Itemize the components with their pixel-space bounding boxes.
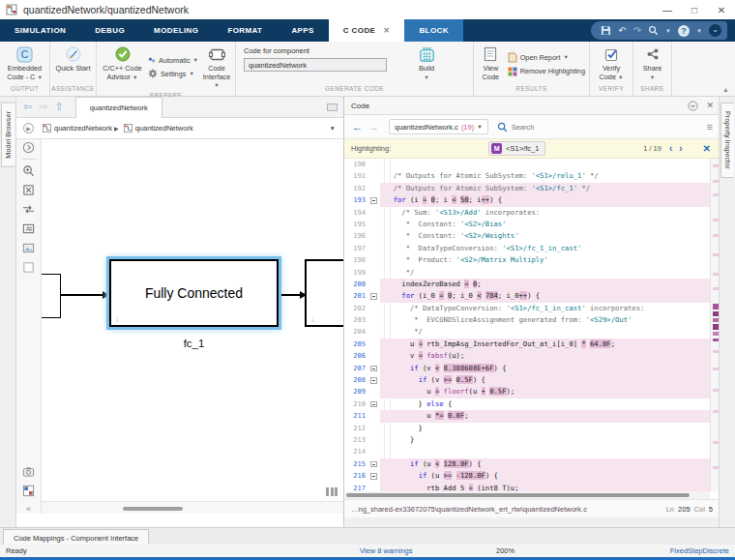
- fully-connected-block[interactable]: Fully Connected ↓: [109, 259, 279, 327]
- code-line[interactable]: 194 /* Sum: '<S13>/Add' incorporates:: [344, 207, 720, 219]
- solver-link[interactable]: FixedStepDiscrete: [670, 546, 729, 555]
- code-advisor-button[interactable]: C/C++ Code Advisor ▼: [101, 44, 144, 90]
- hide-model-browser-icon[interactable]: [22, 141, 35, 154]
- code-line[interactable]: 217 rtb_Add_5 = (int8_T)u;: [344, 483, 720, 491]
- undo-icon[interactable]: ↶: [618, 26, 626, 36]
- code-line[interactable]: 205 u = rtb_ImpAsg_InsertedFor_Out_at_i[…: [344, 339, 720, 350]
- code-hscrollbar-thumb[interactable]: [346, 493, 690, 497]
- code-line[interactable]: 195 * Constant: '<S2>/Bias': [344, 219, 720, 230]
- code-line[interactable]: 207 if (v < 8.388608E+6F) {: [344, 363, 720, 374]
- breadcrumb-item-current[interactable]: quantizedNetwork: [135, 124, 193, 133]
- image-icon[interactable]: [22, 242, 35, 254]
- code-line[interactable]: 203 * EVCGNDSliceAssignment generated fr…: [344, 314, 720, 326]
- up-icon[interactable]: ⇧: [54, 101, 63, 113]
- redo-icon[interactable]: ↷: [633, 26, 641, 36]
- breadcrumb-item-root[interactable]: quantizedNetwork: [54, 124, 112, 133]
- code-line[interactable]: 212 }: [344, 423, 720, 434]
- fold-toggle-icon[interactable]: [369, 374, 380, 386]
- fold-toggle-icon[interactable]: [369, 470, 380, 482]
- canvas-drawing-area[interactable]: Fully Connected ↓ fc_1 ↓: [42, 139, 343, 514]
- code-line[interactable]: 216 if (u >= -128.0F) {: [344, 470, 720, 482]
- signal-wire[interactable]: [281, 294, 302, 296]
- breadcrumb-dropdown-icon[interactable]: ▼: [330, 125, 336, 132]
- maximize-icon[interactable]: □: [681, 5, 708, 15]
- automatic-menu[interactable]: Automatic▼: [148, 55, 198, 65]
- camera-icon[interactable]: [22, 465, 35, 478]
- code-line[interactable]: 206 v = fabsf(u);: [344, 350, 720, 362]
- highlighting-close-icon[interactable]: ✕: [703, 143, 711, 154]
- view-code-button[interactable]: View Code: [478, 44, 504, 83]
- search-dropdown-caret[interactable]: ▼: [665, 28, 671, 34]
- embedded-code-button[interactable]: C Embedded Code - C ▼: [4, 44, 45, 83]
- fold-toggle-icon[interactable]: [369, 290, 380, 302]
- fold-toggle-icon[interactable]: [369, 398, 380, 410]
- next-match-icon[interactable]: ›: [679, 143, 682, 154]
- close-icon[interactable]: ✕: [708, 5, 735, 15]
- search-icon[interactable]: [648, 25, 659, 36]
- code-forward-icon[interactable]: →: [368, 121, 379, 133]
- back-icon[interactable]: ⇦: [23, 101, 32, 113]
- code-line[interactable]: 200 indexZeroBased = 0;: [344, 279, 720, 290]
- fold-toggle-icon[interactable]: [369, 194, 380, 206]
- block-badge-icon[interactable]: ↓: [310, 314, 315, 324]
- component-input[interactable]: [244, 58, 387, 72]
- search-input[interactable]: [512, 123, 628, 132]
- reroute-lines-icon[interactable]: [22, 203, 35, 216]
- ribbon-tab-format[interactable]: FORMAT: [213, 19, 277, 42]
- panel-menu-icon[interactable]: [688, 101, 698, 111]
- tab-close-icon[interactable]: ✕: [383, 26, 390, 35]
- fold-toggle-icon[interactable]: [369, 458, 380, 470]
- signal-wire[interactable]: [61, 294, 103, 296]
- save-icon[interactable]: [601, 25, 611, 36]
- area-icon[interactable]: [22, 261, 35, 274]
- help-icon[interactable]: ?: [678, 25, 690, 37]
- share-button[interactable]: Share▼: [637, 44, 667, 83]
- warnings-link[interactable]: View 8 warnings: [360, 546, 412, 555]
- code-line[interactable]: 214: [344, 446, 720, 457]
- code-line[interactable]: 209 u = floorf(u + 0.5F);: [344, 386, 720, 398]
- ribbon-tab-c-code[interactable]: C CODE✕: [329, 19, 405, 42]
- help-dropdown-caret[interactable]: ▼: [696, 28, 702, 34]
- code-back-icon[interactable]: ←: [352, 121, 363, 133]
- code-line[interactable]: 196 * Constant: '<S2>/Weights': [344, 230, 720, 242]
- verify-code-button[interactable]: Verify Code ▼: [594, 44, 629, 83]
- prev-match-icon[interactable]: ‹: [669, 143, 672, 154]
- dock-badge-icon[interactable]: [327, 103, 338, 111]
- ribbon-tab-block[interactable]: BLOCK: [404, 19, 462, 42]
- build-button[interactable]: Build▼: [404, 44, 449, 83]
- code-line[interactable]: 201 for (i_0 = 0; i_0 < 784; i_0++) {: [344, 290, 720, 302]
- code-line[interactable]: 197 * DataTypeConversion: '<S1>/fc_1_in_…: [344, 243, 720, 254]
- code-line[interactable]: 192 /* Outputs for Atomic SubSystem: '<S…: [344, 183, 720, 194]
- code-line[interactable]: 204 */: [344, 326, 720, 338]
- canvas-tab[interactable]: quantizedNetwork: [75, 97, 162, 118]
- open-report-menu[interactable]: Open Report▼: [508, 52, 585, 63]
- highlight-chip[interactable]: M <S1>/fc_1: [488, 141, 545, 156]
- canvas-hscrollbar[interactable]: [42, 501, 343, 514]
- code-interface-button[interactable]: Code Interface ▼: [202, 44, 231, 90]
- code-editor[interactable]: 190191 /* Outputs for Atomic SubSystem: …: [344, 159, 720, 491]
- ribbon-tab-simulation[interactable]: SIMULATION: [0, 19, 80, 42]
- code-line[interactable]: 193 for (i = 0; i < 50; i++) {: [344, 194, 720, 206]
- block-badge-icon[interactable]: ↓: [115, 314, 120, 324]
- fold-toggle-icon[interactable]: [369, 363, 380, 374]
- code-line[interactable]: 210 } else {: [344, 398, 720, 410]
- code-line[interactable]: 199 */: [344, 267, 720, 279]
- code-line[interactable]: 191 /* Outputs for Atomic SubSystem: '<S…: [344, 170, 720, 182]
- schedule-editor-icon[interactable]: [22, 485, 35, 497]
- panel-close-icon[interactable]: ✕: [706, 101, 714, 110]
- code-line[interactable]: 208 if (v >= 0.5F) {: [344, 374, 720, 386]
- ribbon-tab-debug[interactable]: DEBUG: [80, 19, 139, 42]
- code-line[interactable]: 190: [344, 159, 720, 170]
- right-partial-block[interactable]: ↓: [305, 259, 343, 327]
- annotation-icon[interactable]: A: [22, 222, 35, 235]
- file-dropdown[interactable]: quantizedNetwork.c (19) ▼: [389, 119, 488, 134]
- left-partial-block[interactable]: [42, 274, 61, 318]
- model-browser-tab[interactable]: Model Browser: [1, 103, 15, 167]
- code-line[interactable]: 211 u *= 0.0F;: [344, 410, 720, 422]
- fit-to-view-icon[interactable]: [22, 184, 35, 196]
- minimize-icon[interactable]: —: [654, 5, 681, 15]
- ribbon-tab-modeling[interactable]: MODELING: [139, 19, 213, 42]
- block-name-label[interactable]: fc_1: [109, 338, 279, 349]
- code-mappings-tab[interactable]: Code Mappings - Component Interface: [3, 529, 149, 545]
- settings-menu[interactable]: Settings▼: [148, 69, 198, 78]
